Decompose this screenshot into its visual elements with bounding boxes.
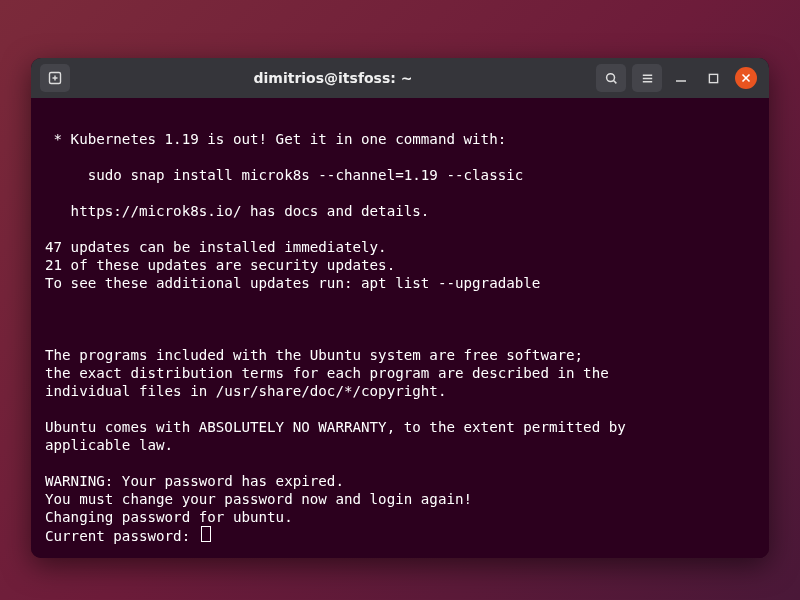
cursor-icon xyxy=(201,526,211,542)
close-button[interactable] xyxy=(735,67,757,89)
terminal-text: * Kubernetes 1.19 is out! Get it in one … xyxy=(45,131,626,525)
new-tab-button[interactable] xyxy=(40,64,70,92)
maximize-button[interactable] xyxy=(703,68,723,88)
terminal-output[interactable]: * Kubernetes 1.19 is out! Get it in one … xyxy=(31,98,769,558)
terminal-window: dimitrios@itsfoss: ~ xyxy=(31,58,769,558)
search-button[interactable] xyxy=(596,64,626,92)
svg-rect-9 xyxy=(709,74,717,82)
menu-button[interactable] xyxy=(632,64,662,92)
minimize-button[interactable] xyxy=(671,68,691,88)
window-title: dimitrios@itsfoss: ~ xyxy=(73,70,593,86)
svg-line-4 xyxy=(613,80,616,83)
window-controls xyxy=(671,67,757,89)
titlebar: dimitrios@itsfoss: ~ xyxy=(31,58,769,98)
svg-point-3 xyxy=(606,73,614,81)
password-prompt: Current password: xyxy=(45,528,199,544)
